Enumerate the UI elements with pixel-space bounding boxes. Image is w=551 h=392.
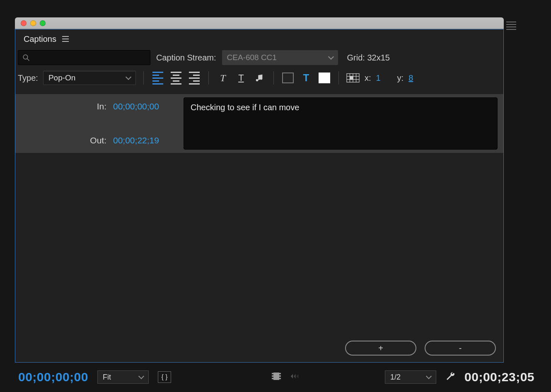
in-label: In: (24, 102, 106, 111)
align-left-icon (152, 72, 163, 85)
italic-button[interactable]: T (216, 72, 230, 84)
in-value[interactable]: 00;00;00;00 (113, 102, 159, 111)
underline-button[interactable]: T (234, 72, 248, 84)
x-label: x: (365, 73, 371, 83)
position-grid-icon (346, 73, 360, 83)
chevron-down-icon (126, 74, 131, 80)
search-input[interactable] (32, 53, 150, 62)
panel-header: Captions (15, 29, 503, 48)
minimize-icon[interactable] (30, 20, 36, 26)
align-center-icon (171, 72, 181, 85)
window-titlebar[interactable] (15, 17, 504, 29)
divider (143, 71, 144, 85)
italic-icon: T (220, 73, 225, 84)
fill-color-button[interactable] (318, 72, 331, 84)
chevron-down-icon (138, 373, 144, 379)
caption-stream-value: CEA-608 CC1 (227, 53, 277, 62)
underline-icon: T (238, 73, 244, 83)
music-note-icon (255, 73, 264, 82)
divider (208, 71, 209, 85)
align-left-button[interactable] (151, 72, 164, 84)
sound-icon (290, 372, 300, 381)
resolution-value: 1/2 (390, 373, 401, 382)
chevron-down-icon (426, 373, 432, 379)
braces-icon: { } (161, 373, 167, 381)
panel-options-icon[interactable] (506, 22, 516, 30)
svg-rect-15 (279, 373, 281, 374)
playhead-timecode[interactable]: 00;00;00;00 (18, 370, 88, 384)
caption-entry[interactable]: In: 00;00;00;00 Out: 00;00;22;19 Checkin… (15, 94, 503, 153)
fill-color-swatch-icon (319, 73, 330, 83)
align-right-button[interactable] (188, 72, 201, 84)
bg-color-button[interactable] (281, 72, 295, 84)
add-caption-button[interactable]: + (345, 341, 416, 356)
program-monitor-statusbar: 00;00;00;00 Fit { } 1/2 (0, 368, 551, 386)
captions-panel: Captions Caption Stream: CEA-608 CC1 Gri… (15, 29, 504, 363)
closed-captions-display-button[interactable] (271, 372, 281, 382)
audio-button[interactable] (290, 372, 300, 382)
search-icon (22, 54, 30, 61)
caption-text-input[interactable]: Checking to see if I can move (184, 97, 498, 150)
caption-entry-times: In: 00;00;00;00 Out: 00;00;22;19 (15, 94, 184, 153)
caption-stream-label: Caption Stream: (156, 53, 216, 63)
svg-rect-13 (272, 375, 273, 377)
grid-label: Grid: 32x15 (347, 53, 390, 63)
divider (273, 71, 274, 85)
panel-menu-icon[interactable] (62, 36, 69, 42)
out-value[interactable]: 00;00;22;19 (113, 136, 159, 145)
zoom-value: Fit (103, 373, 111, 382)
x-value[interactable]: 1 (376, 73, 380, 83)
divider (338, 71, 339, 85)
wrench-icon (445, 371, 455, 381)
film-icon (271, 372, 281, 381)
svg-line-1 (27, 58, 29, 60)
y-label: y: (397, 73, 404, 83)
settings-button[interactable] (445, 371, 455, 383)
svg-rect-17 (279, 378, 281, 379)
svg-rect-12 (272, 373, 273, 374)
minus-icon: - (459, 344, 462, 353)
maximize-icon[interactable] (40, 20, 46, 26)
playback-resolution-select[interactable]: 1/2 (385, 370, 436, 384)
remove-caption-button[interactable]: - (425, 341, 496, 356)
close-icon[interactable] (21, 20, 27, 26)
svg-rect-14 (272, 378, 273, 379)
align-center-button[interactable] (169, 72, 183, 84)
chevron-down-icon (328, 54, 334, 60)
y-value[interactable]: 8 (408, 73, 413, 83)
align-right-icon (189, 72, 200, 85)
out-label: Out: (24, 136, 106, 145)
safe-margins-button[interactable]: { } (158, 371, 171, 383)
search-input-wrap[interactable] (18, 50, 150, 65)
text-color-icon: T (303, 72, 309, 84)
svg-rect-16 (279, 375, 281, 377)
svg-point-0 (23, 55, 28, 59)
music-note-button[interactable] (253, 72, 266, 84)
caption-text-value: Checking to see if I can move (191, 103, 299, 112)
panel-title: Captions (24, 34, 56, 44)
type-select[interactable]: Pop-On (43, 71, 136, 85)
position-grid-button[interactable] (346, 72, 360, 84)
text-color-button[interactable]: T (300, 72, 313, 84)
type-label: Type: (18, 73, 38, 83)
svg-rect-8 (350, 76, 353, 80)
zoom-select[interactable]: Fit (97, 370, 149, 384)
plus-icon: + (378, 344, 383, 353)
duration-timecode: 00;00;23;05 (464, 370, 534, 384)
caption-stream-select[interactable]: CEA-608 CC1 (222, 50, 338, 65)
bg-color-swatch-icon (282, 73, 294, 83)
type-value: Pop-On (48, 73, 75, 82)
